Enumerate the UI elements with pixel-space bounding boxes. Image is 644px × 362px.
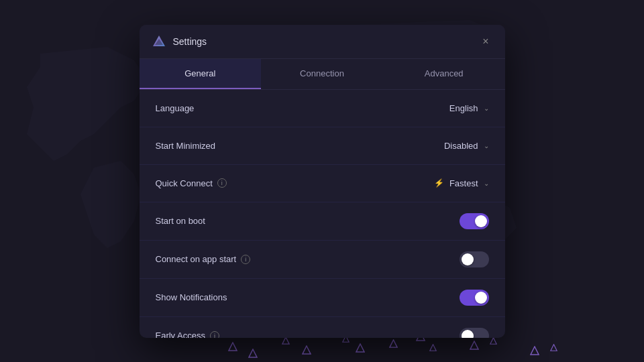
dropdown-quick-connect[interactable]: ⚡Fastest⌄	[395, 178, 489, 188]
dropdown-value-start-minimized: Disabled	[444, 141, 478, 151]
setting-label-text-quick-connect: Quick Connect	[156, 178, 213, 188]
chevron-icon-quick-connect: ⌄	[484, 180, 489, 187]
setting-label-start-on-boot: Start on boot	[156, 216, 205, 226]
tab-advanced[interactable]: Advanced	[383, 59, 505, 89]
setting-label-quick-connect: Quick Connecti	[156, 178, 227, 188]
info-icon-quick-connect[interactable]: i	[217, 178, 227, 188]
toggle-early-access[interactable]	[460, 328, 489, 338]
window-title: Settings	[173, 36, 207, 47]
setting-row-show-notifications: Show Notifications	[140, 279, 505, 317]
setting-row-connect-on-app-start: Connect on app starti	[140, 241, 505, 279]
chevron-icon-start-minimized: ⌄	[484, 142, 489, 149]
dropdown-value-quick-connect: Fastest	[449, 178, 478, 188]
title-bar: Settings ×	[140, 25, 505, 59]
setting-label-language: Language	[156, 103, 195, 113]
dropdown-language[interactable]: English⌄	[395, 103, 489, 113]
setting-label-text-early-access: Early Access	[156, 330, 205, 338]
setting-row-early-access: Early Accessi	[140, 317, 505, 338]
setting-label-text-start-minimized: Start Minimized	[156, 141, 216, 151]
toggle-start-on-boot[interactable]	[460, 213, 489, 229]
info-icon-connect-on-app-start[interactable]: i	[241, 255, 250, 264]
setting-label-early-access: Early Accessi	[156, 330, 219, 338]
setting-label-text-language: Language	[156, 103, 195, 113]
chevron-icon-language: ⌄	[484, 105, 489, 112]
setting-label-start-minimized: Start Minimized	[156, 141, 216, 151]
setting-label-text-start-on-boot: Start on boot	[156, 216, 205, 226]
title-left: Settings	[152, 34, 207, 49]
setting-label-connect-on-app-start: Connect on app starti	[156, 254, 251, 264]
toggle-connect-on-app-start[interactable]	[460, 251, 489, 267]
tab-general[interactable]: General	[140, 59, 262, 89]
toggle-show-notifications[interactable]	[460, 290, 489, 306]
dropdown-start-minimized[interactable]: Disabled⌄	[395, 141, 489, 151]
setting-label-text-connect-on-app-start: Connect on app start	[156, 254, 237, 264]
setting-row-quick-connect: Quick Connecti⚡Fastest⌄	[140, 165, 505, 202]
dropdown-value-language: English	[449, 103, 478, 113]
tab-connection[interactable]: Connection	[261, 59, 383, 89]
settings-content: LanguageEnglish⌄Start MinimizedDisabled⌄…	[140, 90, 505, 338]
setting-row-start-on-boot: Start on boot	[140, 202, 505, 241]
dropdown-icon-quick-connect: ⚡	[434, 178, 444, 188]
info-icon-early-access[interactable]: i	[210, 331, 219, 338]
modal-overlay: Settings × GeneralConnectionAdvanced Lan…	[0, 0, 644, 362]
app-logo	[152, 34, 166, 49]
tabs-container: GeneralConnectionAdvanced	[140, 59, 505, 90]
close-button[interactable]: ×	[478, 35, 492, 48]
setting-label-text-show-notifications: Show Notifications	[156, 292, 227, 302]
setting-row-start-minimized: Start MinimizedDisabled⌄	[140, 127, 505, 165]
settings-window: Settings × GeneralConnectionAdvanced Lan…	[140, 25, 505, 338]
setting-label-show-notifications: Show Notifications	[156, 292, 227, 302]
setting-row-language: LanguageEnglish⌄	[140, 90, 505, 127]
